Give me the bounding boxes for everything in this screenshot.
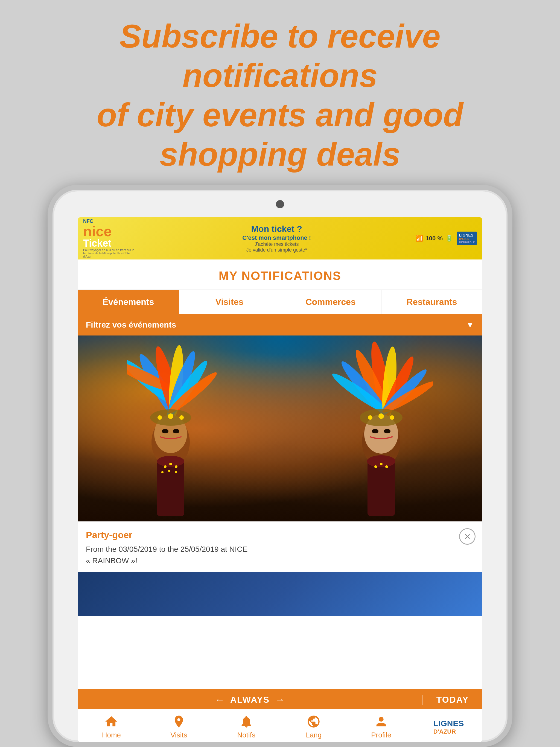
svg-point-14	[168, 413, 173, 419]
svg-point-37	[368, 415, 373, 420]
banner-center: Mon ticket ? C'est mon smartphone ! J'ac…	[138, 224, 416, 253]
event-description: « RAINBOW »!	[86, 555, 474, 567]
tab-profile[interactable]: Profile	[348, 715, 415, 739]
tab-restaurants[interactable]: Restaurants	[381, 290, 482, 314]
filter-label: Filtrez vos événements	[86, 320, 176, 330]
tab-visits[interactable]: Visits	[145, 715, 213, 739]
event-info: Party-goer From the 03/05/2019 to the 25…	[78, 521, 482, 572]
banner-validate-text: Je valide d'un simple geste*	[143, 247, 410, 253]
lignes-logo-bottom: LIGNES D'AZUR	[415, 719, 482, 735]
headline-line2: of city events and good shopping deals	[97, 97, 463, 173]
globe-icon	[307, 715, 321, 729]
wifi-battery: 📶 100 % 🔋	[416, 235, 453, 242]
svg-point-15	[179, 415, 184, 420]
lang-label: Lang	[306, 731, 322, 739]
banner-main-text: Mon ticket ?	[143, 224, 410, 234]
notifications-title: MY NOTIFICATIONS	[78, 269, 482, 283]
location-icon	[172, 715, 186, 729]
svg-point-39	[390, 415, 394, 420]
profile-label: Profile	[371, 731, 391, 739]
svg-point-35	[384, 429, 390, 433]
tab-lang[interactable]: Lang	[280, 715, 348, 739]
svg-point-20	[175, 465, 177, 468]
headline: Subscribe to receive notifications of ci…	[0, 0, 560, 185]
banner-sub-text: C'est mon smartphone !	[143, 234, 410, 241]
tab-notifs[interactable]: Notifs	[212, 715, 280, 739]
svg-point-23	[175, 471, 177, 473]
home-label: Home	[102, 731, 121, 739]
dazur-text: D'AZUR	[433, 728, 464, 735]
event-preview[interactable]	[78, 572, 482, 616]
tablet-screen: NFC nice Ticket Pour voyager en bus ou e…	[78, 217, 482, 742]
visits-label: Visits	[170, 731, 187, 739]
svg-point-43	[380, 463, 383, 465]
close-button[interactable]: ✕	[459, 528, 476, 545]
battery-icon: 🔋	[446, 235, 453, 242]
svg-point-11	[173, 429, 179, 433]
always-button[interactable]: ← ALWAYS →	[78, 694, 422, 705]
svg-point-38	[378, 413, 384, 419]
notifs-label: Notifs	[237, 731, 255, 739]
tab-evenements[interactable]: Événements	[78, 290, 179, 314]
svg-rect-16	[157, 461, 184, 516]
banner-buy-text: J'achète mes tickets	[143, 241, 410, 247]
chevron-down-icon: ▼	[466, 320, 474, 330]
svg-point-41	[367, 455, 396, 467]
svg-point-13	[157, 415, 162, 420]
tablet-frame: NFC nice Ticket Pour voyager en bus ou e…	[48, 185, 512, 747]
today-button[interactable]: TODAY	[422, 695, 482, 705]
lignes-logo-banner: LIGNES D'AZUR MÉTROPOLE	[457, 232, 477, 245]
svg-point-44	[385, 465, 388, 468]
lignes-text: LIGNES	[433, 719, 464, 728]
left-carnival-figure	[127, 338, 231, 519]
event-title: Party-goer	[86, 530, 474, 540]
home-icon	[104, 715, 119, 729]
tab-home[interactable]: Home	[78, 715, 145, 739]
camera	[276, 200, 284, 208]
banner-right: 📶 100 % 🔋 LIGNES D'AZUR MÉTROPOLE	[416, 232, 477, 245]
svg-point-21	[161, 471, 163, 473]
tab-visites[interactable]: Visites	[179, 290, 280, 314]
svg-point-34	[372, 429, 378, 433]
svg-point-42	[374, 465, 377, 468]
tab-bar: Événements Visites Commerces Restaurants	[78, 290, 482, 314]
right-carnival-figure	[329, 338, 433, 519]
arrow-right-icon: →	[275, 694, 285, 705]
banner-ticket: Ticket	[83, 238, 111, 248]
event-date: From the 03/05/2019 to the 25/05/2019 at…	[86, 544, 474, 555]
notifications-header: MY NOTIFICATIONS	[78, 259, 482, 290]
always-label: ALWAYS	[230, 695, 270, 705]
svg-point-10	[162, 429, 169, 433]
svg-point-22	[168, 470, 170, 472]
banner-tagline: Pour voyager en bus ou en tram sur le te…	[83, 248, 138, 258]
person-icon	[374, 715, 388, 729]
svg-point-18	[164, 465, 167, 468]
svg-point-19	[169, 463, 172, 465]
bottom-tab-bar: Home Visits Notifs Lang	[78, 709, 482, 742]
banner-left: NFC nice Ticket Pour voyager en bus ou e…	[83, 218, 138, 258]
arrow-left-icon: ←	[215, 694, 225, 705]
app-bottom-nav: ← ALWAYS → TODAY	[78, 689, 482, 709]
tab-commerces[interactable]: Commerces	[280, 290, 381, 314]
svg-rect-40	[367, 461, 395, 516]
banner-ad: NFC nice Ticket Pour voyager en bus ou e…	[78, 217, 482, 259]
nice-text: nice	[83, 223, 111, 239]
wifi-icon: 📶	[416, 235, 423, 242]
headline-line1: Subscribe to receive notifications	[120, 18, 440, 94]
carnival-background	[78, 335, 482, 521]
battery-percent: 100 %	[426, 235, 443, 242]
event-image[interactable]	[78, 335, 482, 521]
bell-icon	[239, 715, 253, 729]
filter-bar[interactable]: Filtrez vos événements ▼	[78, 314, 482, 335]
banner-logo-nice: nice	[83, 224, 111, 238]
